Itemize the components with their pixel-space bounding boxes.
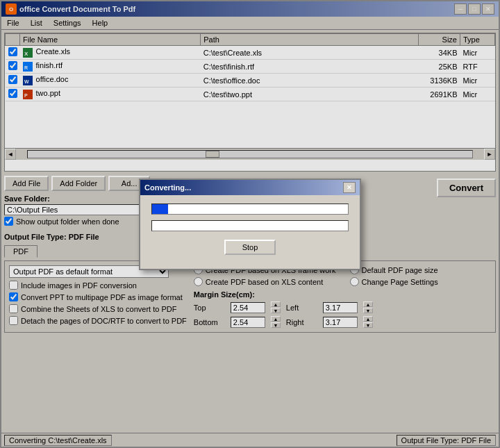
modal-title-bar: Converting... ✕ — [140, 180, 360, 195]
progress-bar-inner — [152, 204, 168, 214]
progress-bar-outer — [151, 204, 349, 215]
modal-title-text: Converting... — [144, 183, 191, 192]
progress-bar-second — [151, 220, 349, 231]
modal-overlay: Converting... ✕ Stop — [1, 1, 499, 447]
converting-dialog: Converting... ✕ Stop — [139, 179, 361, 270]
modal-body: Stop — [140, 195, 360, 269]
stop-button[interactable]: Stop — [224, 240, 276, 255]
modal-buttons: Stop — [151, 237, 349, 260]
modal-close-button[interactable]: ✕ — [343, 182, 356, 193]
